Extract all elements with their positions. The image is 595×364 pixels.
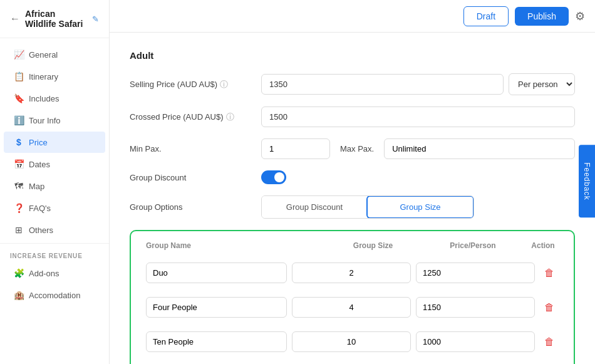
- sidebar-item-itinerary[interactable]: 📋Itinerary: [4, 66, 105, 87]
- sidebar-item-faqs[interactable]: ❓FAQ's: [4, 197, 105, 219]
- sidebar-header: ← African Wildlife Safari ✎: [0, 0, 109, 38]
- max-pax-input[interactable]: [384, 138, 575, 159]
- tab-group-size[interactable]: Group Size: [366, 195, 474, 219]
- sidebar-item-includes[interactable]: 🔖Includes: [4, 88, 105, 109]
- sidebar-item-label-addons: Add-ons: [29, 269, 59, 278]
- delete-row-button-2[interactable]: 🗑: [540, 336, 559, 348]
- group-name-input-0[interactable]: [146, 263, 287, 283]
- tab-group-discount[interactable]: Group Discount: [262, 196, 367, 218]
- group-options-row: Group Options Group Discount Group Size: [130, 195, 575, 219]
- group-options-tabs-wrap: Group Discount Group Size: [261, 195, 575, 219]
- sidebar-title: African Wildlife Safari: [25, 9, 87, 29]
- col-header-price: Price/Person: [418, 241, 527, 250]
- group-options-tabs: Group Discount Group Size: [261, 195, 474, 219]
- group-options-label: Group Options: [130, 202, 261, 212]
- group-discount-toggle[interactable]: [261, 170, 286, 184]
- draft-button[interactable]: Draft: [463, 6, 509, 26]
- sidebar-item-label-price: Price: [29, 138, 48, 147]
- crossed-price-row: Crossed Price (AUD AU$) ⓘ: [130, 107, 575, 127]
- sidebar-item-label-map: Map: [29, 182, 44, 191]
- pax-controls: Max Pax.: [261, 138, 575, 159]
- col-header-name: Group Name: [146, 241, 328, 250]
- group-size-input-1[interactable]: [292, 297, 411, 318]
- accommodation-icon: 🏨: [14, 290, 24, 300]
- price-content: Adult Selling Price (AUD AU$) ⓘ Per pers…: [110, 33, 595, 364]
- topbar: Draft Publish ⚙: [110, 0, 595, 33]
- tour-info-icon: ℹ️: [14, 115, 24, 125]
- includes-icon: 🔖: [14, 93, 24, 103]
- selling-price-label: Selling Price (AUD AU$) ⓘ: [130, 79, 261, 90]
- publish-button[interactable]: Publish: [515, 7, 569, 26]
- crossed-price-input[interactable]: [261, 107, 575, 127]
- section-title: Adult: [130, 50, 575, 61]
- sidebar-item-label-tour-info: Tour Info: [29, 116, 61, 125]
- crossed-price-label: Crossed Price (AUD AU$) ⓘ: [130, 112, 261, 123]
- price-icon: $: [14, 137, 24, 147]
- per-person-select[interactable]: Per person Per group: [509, 73, 575, 95]
- group-row-1: 🗑: [141, 292, 564, 323]
- sidebar-item-general[interactable]: 📈General: [4, 44, 105, 65]
- sidebar-item-label-faqs: FAQ's: [29, 204, 51, 213]
- crossed-price-control: [261, 107, 575, 127]
- group-size-input-2[interactable]: [292, 331, 411, 352]
- sidebar-item-tour-info[interactable]: ℹ️Tour Info: [4, 110, 105, 131]
- delete-row-button-1[interactable]: 🗑: [540, 302, 559, 313]
- group-row-0: 🗑: [141, 257, 564, 288]
- sidebar-item-map[interactable]: 🗺Map: [4, 175, 105, 197]
- delete-row-button-0[interactable]: 🗑: [540, 268, 559, 279]
- group-price-input-0[interactable]: [416, 263, 535, 283]
- group-discount-toggle-wrap: [261, 170, 575, 184]
- sidebar-item-others[interactable]: ⊞Others: [4, 219, 105, 241]
- sidebar-item-dates[interactable]: 📅Dates: [4, 153, 105, 175]
- col-header-size: Group Size: [328, 241, 418, 250]
- group-name-input-2[interactable]: [146, 331, 287, 352]
- sidebar-item-label-general: General: [29, 50, 58, 60]
- min-pax-label: Min Pax.: [130, 144, 261, 153]
- group-discount-label: Group Discount: [130, 173, 261, 182]
- dates-icon: 📅: [14, 159, 24, 169]
- sidebar-nav: 📈General📋Itinerary🔖Includesℹ️Tour Info$P…: [0, 38, 109, 364]
- main-content: Draft Publish ⚙ Adult Selling Price (AUD…: [110, 0, 595, 364]
- edit-icon[interactable]: ✎: [92, 14, 99, 24]
- group-discount-row: Group Discount: [130, 170, 575, 184]
- group-size-input-0[interactable]: [292, 263, 411, 283]
- sidebar: ← African Wildlife Safari ✎ 📈General📋Iti…: [0, 0, 110, 364]
- min-pax-input[interactable]: [261, 138, 330, 159]
- group-rows-container: 🗑🗑🗑: [141, 257, 564, 357]
- group-table-header: Group Name Group Size Price/Person Actio…: [141, 241, 564, 257]
- group-row-2: 🗑: [141, 326, 564, 357]
- feedback-wrap: Feedback: [579, 145, 595, 220]
- selling-price-control: Per person Per group: [261, 73, 575, 95]
- settings-icon[interactable]: ⚙: [575, 9, 585, 23]
- selling-price-input[interactable]: [261, 74, 504, 95]
- faqs-icon: ❓: [14, 203, 24, 213]
- sidebar-item-accommodation[interactable]: 🏨Accomodation: [4, 284, 105, 306]
- max-pax-label: Max Pax.: [340, 144, 374, 153]
- crossed-price-info-icon[interactable]: ⓘ: [226, 112, 234, 123]
- general-icon: 📈: [14, 49, 24, 60]
- col-header-action: Action: [527, 241, 559, 250]
- itinerary-icon: 📋: [14, 71, 24, 81]
- others-icon: ⊞: [14, 225, 24, 235]
- selling-price-info-icon[interactable]: ⓘ: [220, 79, 228, 90]
- selling-price-row: Selling Price (AUD AU$) ⓘ Per person Per…: [130, 73, 575, 95]
- pax-row: Min Pax. Max Pax.: [130, 138, 575, 159]
- back-button[interactable]: ←: [10, 13, 20, 24]
- group-table-container: Group Name Group Size Price/Person Actio…: [130, 230, 575, 364]
- sidebar-item-label-itinerary: Itinerary: [29, 72, 58, 81]
- addons-icon: 🧩: [14, 268, 24, 278]
- increase-revenue-label: INCREASE REVENUE: [0, 246, 109, 262]
- feedback-button[interactable]: Feedback: [579, 145, 595, 218]
- sidebar-item-label-dates: Dates: [29, 160, 50, 169]
- sidebar-item-price[interactable]: $Price: [4, 132, 105, 153]
- group-price-input-1[interactable]: [416, 297, 535, 318]
- sidebar-item-addons[interactable]: 🧩Add-ons: [4, 263, 105, 284]
- sidebar-item-label-others: Others: [29, 226, 53, 235]
- sidebar-item-label-accommodation: Accomodation: [29, 291, 80, 300]
- map-icon: 🗺: [14, 181, 24, 191]
- sidebar-item-label-includes: Includes: [29, 94, 59, 103]
- group-name-input-1[interactable]: [146, 297, 287, 318]
- group-price-input-2[interactable]: [416, 331, 535, 352]
